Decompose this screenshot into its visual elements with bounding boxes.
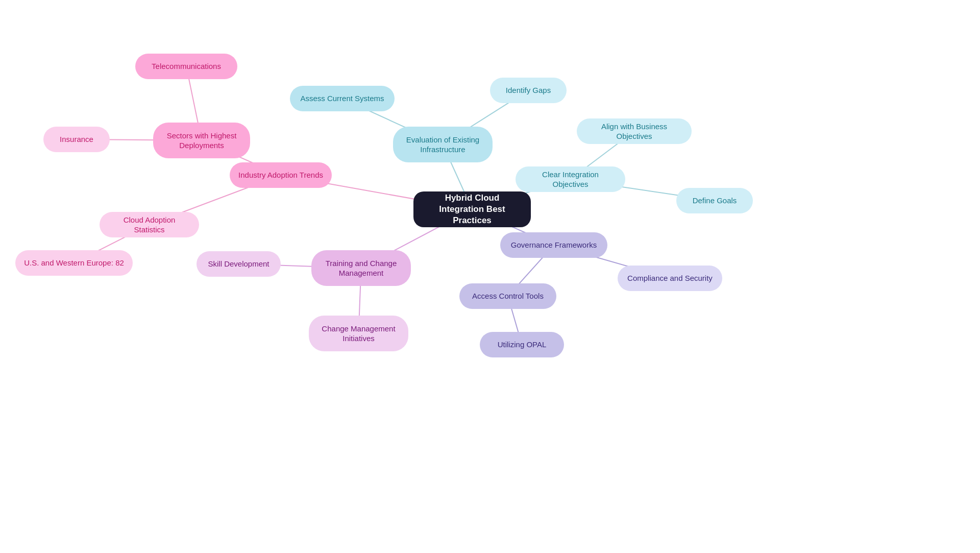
node-telecommunications[interactable]: Telecommunications	[135, 54, 237, 79]
node-skillDevelopment[interactable]: Skill Development	[197, 251, 281, 277]
node-identifyGaps[interactable]: Identify Gaps	[490, 78, 567, 103]
node-evalExisting[interactable]: Evaluation of Existing Infrastructure	[393, 127, 493, 162]
node-utilizingOPAL[interactable]: Utilizing OPAL	[480, 332, 564, 357]
node-insurance[interactable]: Insurance	[43, 127, 110, 152]
mind-map: Hybrid Cloud Integration Best PracticesT…	[0, 0, 980, 553]
node-defineGoals[interactable]: Define Goals	[676, 188, 753, 213]
node-industryAdoption[interactable]: Industry Adoption Trends	[230, 162, 332, 188]
node-alignBusiness[interactable]: Align with Business Objectives	[577, 118, 692, 144]
node-changeManagement[interactable]: Change Management Initiatives	[309, 316, 408, 351]
node-assessCurrent[interactable]: Assess Current Systems	[290, 86, 395, 111]
node-accessControlTools[interactable]: Access Control Tools	[459, 283, 556, 309]
node-governanceFrameworks[interactable]: Governance Frameworks	[500, 232, 607, 258]
connections-layer	[0, 0, 980, 553]
node-complianceSecurity[interactable]: Compliance and Security	[618, 266, 722, 291]
node-trainingChange[interactable]: Training and Change Management	[311, 250, 411, 286]
node-cloudAdoption[interactable]: Cloud Adoption Statistics	[100, 212, 199, 237]
node-usWesternEurope[interactable]: U.S. and Western Europe: 82	[15, 250, 133, 276]
node-sectorsHighest[interactable]: Sectors with Highest Deployments	[153, 123, 250, 158]
node-center[interactable]: Hybrid Cloud Integration Best Practices	[413, 191, 531, 227]
node-clearIntegration[interactable]: Clear Integration Objectives	[516, 166, 625, 192]
